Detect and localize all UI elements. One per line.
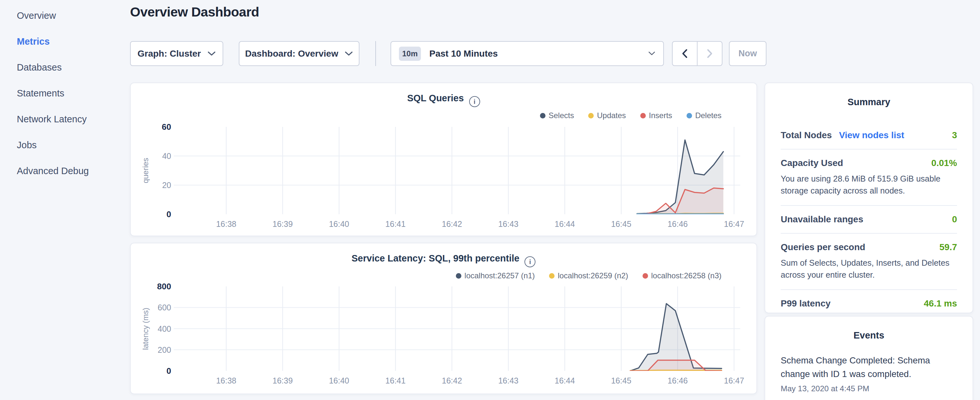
sql-queries-plot <box>174 127 740 214</box>
summary-title: Summary <box>765 97 972 107</box>
info-icon[interactable]: i <box>469 96 480 107</box>
y-tick-label: 40 <box>131 150 171 162</box>
x-tick-label: 16:42 <box>430 376 475 386</box>
sidebar: OverviewMetricsDatabasesStatementsNetwor… <box>0 0 129 184</box>
x-tick-label: 16:40 <box>317 376 362 386</box>
events-list: Schema Change Completed: Schema change w… <box>765 354 972 393</box>
time-range-label: Past 10 Minutes <box>430 49 498 59</box>
summary-section-total-nodes: Total NodesView nodes list3 <box>781 122 957 149</box>
dashboard-dropdown-label: Dashboard: Overview <box>245 49 339 59</box>
legend-dot <box>540 113 546 118</box>
legend-item-updates: Updates <box>588 111 626 120</box>
summary-section-p99-latency: P99 latency46.1 ms <box>781 289 957 317</box>
previous-timeframe-button[interactable] <box>672 41 697 66</box>
legend-item-localhost-26259-n2: localhost:26259 (n2) <box>549 271 628 280</box>
x-tick-label: 16:38 <box>204 220 249 229</box>
time-range-selector[interactable]: 10m Past 10 Minutes <box>390 41 664 66</box>
toolbar-divider <box>375 41 376 66</box>
x-tick-label: 16:40 <box>317 220 362 229</box>
chevron-left-icon <box>682 49 688 59</box>
legend-item-localhost-26257-n1: localhost:26257 (n1) <box>456 271 535 280</box>
legend-item-localhost-26258-n3: localhost:26258 (n3) <box>643 271 721 280</box>
summary-stat-row: P99 latency46.1 ms <box>781 298 957 309</box>
event-timestamp: May 13, 2020 at 4:45 PM <box>781 384 957 393</box>
event-item[interactable]: Schema Change Completed: Schema change w… <box>781 354 957 393</box>
legend-dot <box>456 273 461 279</box>
legend-dot <box>687 113 692 118</box>
chevron-down-icon <box>648 51 655 56</box>
time-step-buttons <box>672 41 722 66</box>
legend-label: localhost:26257 (n1) <box>465 271 535 280</box>
next-timeframe-button[interactable] <box>697 41 722 66</box>
summary-panel: Summary Total NodesView nodes list3Capac… <box>765 83 973 313</box>
x-tick-label: 16:38 <box>204 376 249 386</box>
x-tick-label: 16:39 <box>260 220 305 229</box>
stat-value: 46.1 ms <box>924 298 957 309</box>
events-panel: Events Schema Change Completed: Schema c… <box>765 316 973 400</box>
x-tick-label: 16:39 <box>260 376 305 386</box>
legend-item-inserts: Inserts <box>640 111 672 120</box>
y-tick-label: 20 <box>131 179 171 191</box>
x-tick-label: 16:45 <box>598 376 644 386</box>
x-tick-label: 16:44 <box>542 220 587 229</box>
sidebar-item-jobs[interactable]: Jobs <box>0 132 129 158</box>
chevron-down-icon <box>207 51 216 56</box>
dashboard-dropdown[interactable]: Dashboard: Overview <box>239 41 360 66</box>
legend-label: Inserts <box>649 111 672 120</box>
service-latency-sql-99th-percentile-plot <box>174 287 740 371</box>
x-tick-label: 16:41 <box>373 376 418 386</box>
summary-section-queries-per-second: Queries per second59.7Sum of Selects, Up… <box>781 233 957 289</box>
y-tick-label: 0 <box>131 365 171 377</box>
stat-label: Capacity Used <box>781 158 843 168</box>
sidebar-item-advanced-debug[interactable]: Advanced Debug <box>0 158 129 184</box>
summary-section-unavailable-ranges: Unavailable ranges0 <box>781 205 957 233</box>
legend-dot <box>588 113 594 118</box>
now-button[interactable]: Now <box>729 41 767 66</box>
x-tick-label: 16:42 <box>430 220 475 229</box>
summary-stat-row: Queries per second59.7 <box>781 242 957 252</box>
x-tick-label: 16:46 <box>655 376 700 386</box>
chart-title-row: SQL Queriesi <box>131 93 756 107</box>
sidebar-item-overview[interactable]: Overview <box>0 3 129 29</box>
summary-section-capacity-used: Capacity Used0.01%You are using 28.6 MiB… <box>781 149 957 205</box>
y-axis-unit-label: queries <box>141 158 150 183</box>
graph-dropdown[interactable]: Graph: Cluster <box>130 41 223 66</box>
time-range-badge: 10m <box>399 46 421 61</box>
summary-stat-row: Unavailable ranges0 <box>781 214 957 225</box>
x-tick-label: 16:45 <box>598 220 644 229</box>
main-content: Overview Dashboard Graph: Cluster Dashbo… <box>130 0 757 400</box>
legend-dot <box>549 273 555 279</box>
sidebar-item-databases[interactable]: Databases <box>0 54 129 80</box>
x-tick-label: 16:46 <box>655 220 700 229</box>
x-tick-label: 16:44 <box>542 376 587 386</box>
legend-dot <box>643 273 648 279</box>
view-nodes-link[interactable]: View nodes list <box>839 130 904 140</box>
service-latency-chart-card: Service Latency: SQL, 99th percentileilo… <box>130 243 757 394</box>
x-tick-label: 16:43 <box>486 376 531 386</box>
sql-queries-chart-card: SQL QueriesiSelectsUpdatesInsertsDeletes… <box>130 83 757 236</box>
y-tick-label: 800 <box>131 280 171 292</box>
chart-title: SQL Queries <box>407 93 464 103</box>
stat-label: Unavailable ranges <box>781 214 863 225</box>
legend-label: Deletes <box>695 111 721 120</box>
stat-label: Total Nodes <box>781 130 832 140</box>
sidebar-item-network-latency[interactable]: Network Latency <box>0 106 129 132</box>
y-tick-label: 200 <box>131 344 171 356</box>
y-tick-label: 60 <box>131 121 171 133</box>
info-icon[interactable]: i <box>525 256 535 267</box>
x-tick-label: 16:43 <box>486 220 531 229</box>
y-tick-label: 0 <box>131 209 171 220</box>
stat-label: Queries per second <box>781 242 865 252</box>
chart-title-row: Service Latency: SQL, 99th percentilei <box>131 253 756 267</box>
y-tick-label: 600 <box>131 302 171 313</box>
stat-value: 59.7 <box>940 242 957 252</box>
x-tick-label: 16:47 <box>711 376 757 386</box>
summary-rows: Total NodesView nodes list3Capacity Used… <box>781 122 957 317</box>
sidebar-item-statements[interactable]: Statements <box>0 80 129 106</box>
stat-description: You are using 28.6 MiB of 515.9 GiB usab… <box>781 173 957 197</box>
sidebar-item-metrics[interactable]: Metrics <box>0 29 129 54</box>
chart-legend: SelectsUpdatesInsertsDeletes <box>540 111 722 120</box>
chart-title: Service Latency: SQL, 99th percentile <box>352 253 520 263</box>
event-text: Schema Change Completed: Schema change w… <box>781 354 957 381</box>
x-tick-label: 16:47 <box>711 220 757 229</box>
